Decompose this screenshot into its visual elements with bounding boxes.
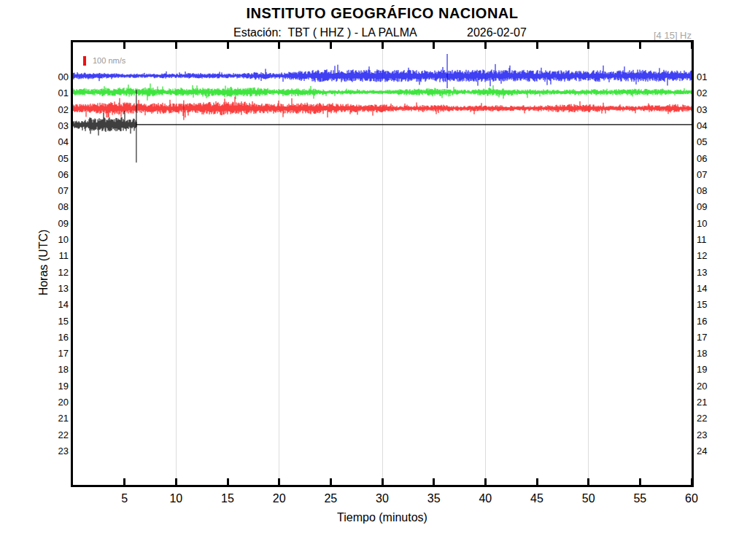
- hour-label-left: 10: [0, 235, 69, 244]
- hour-label-right: 10: [697, 218, 726, 228]
- hour-label-left: 22: [0, 429, 69, 439]
- hour-label-left: 12: [0, 267, 69, 276]
- hour-label-right: 23: [697, 429, 726, 439]
- hour-label-right: 11: [697, 235, 726, 244]
- hour-label-right: 07: [697, 169, 726, 179]
- minute-tick-label: 45: [515, 493, 559, 505]
- minute-tick-label: 25: [309, 493, 352, 505]
- hour-label-right: 01: [697, 72, 726, 82]
- hour-label-right: 09: [697, 202, 726, 211]
- hour-label-left: 05: [0, 153, 69, 163]
- hour-label-right: 18: [697, 349, 726, 358]
- hour-label-right: 13: [697, 267, 726, 276]
- hour-label-right: 02: [697, 88, 726, 98]
- date-label: 2026-02-07: [467, 26, 527, 39]
- minute-tick-label: 5: [103, 493, 147, 505]
- seismogram-page: INSTITUTO GEOGRÁFICO NACIONAL Estación: …: [0, 0, 747, 560]
- station-subtitle: Estación: TBT ( HHZ ) - LA PALMA: [233, 26, 417, 39]
- hour-label-left: 19: [0, 381, 69, 390]
- hour-label-right: 24: [697, 446, 726, 455]
- hour-label-right: 05: [697, 137, 726, 147]
- hour-label-left: 01: [0, 88, 69, 98]
- hour-label-left: 08: [0, 202, 69, 211]
- hour-label-left: 20: [0, 397, 69, 407]
- trace-hour-03: [73, 111, 136, 136]
- minute-tick-label: 40: [463, 493, 507, 505]
- filter-band-label: [4 15] Hz: [619, 30, 692, 41]
- hour-label-left: 13: [0, 283, 69, 292]
- hour-label-left: 00: [0, 72, 69, 82]
- hour-label-right: 20: [697, 381, 726, 390]
- hour-label-right: 22: [697, 413, 726, 423]
- hour-label-left: 07: [0, 186, 69, 195]
- hour-label-right: 19: [697, 365, 726, 374]
- minute-tick-label: 50: [567, 493, 611, 505]
- page-title: INSTITUTO GEOGRÁFICO NACIONAL: [73, 5, 692, 22]
- hour-label-left: 09: [0, 218, 69, 228]
- minute-tick-label: 20: [258, 493, 301, 505]
- hour-label-left: 06: [0, 169, 69, 179]
- minute-tick-label: 10: [154, 493, 198, 505]
- minute-tick-label: 15: [206, 493, 249, 505]
- hour-label-left: 21: [0, 413, 69, 423]
- scale-legend-label: 100 nm/s: [93, 56, 125, 65]
- hour-label-right: 08: [697, 186, 726, 195]
- hour-label-right: 12: [697, 251, 726, 260]
- hour-label-right: 17: [697, 332, 726, 341]
- hour-label-right: 04: [697, 120, 726, 130]
- hour-label-right: 03: [697, 104, 726, 114]
- hour-label-left: 02: [0, 104, 69, 114]
- minute-tick-label: 35: [412, 493, 456, 505]
- hour-label-right: 15: [697, 300, 726, 309]
- x-axis-title: Tiempo (minutos): [73, 511, 692, 524]
- hour-label-right: 16: [697, 316, 726, 325]
- hour-label-right: 06: [697, 153, 726, 163]
- hour-label-left: 17: [0, 349, 69, 358]
- minute-tick-label: 30: [360, 493, 404, 505]
- hour-label-left: 03: [0, 120, 69, 130]
- hour-label-left: 04: [0, 137, 69, 147]
- minute-tick-label: 60: [670, 493, 713, 505]
- hour-label-left: 16: [0, 332, 69, 341]
- hour-label-left: 14: [0, 300, 69, 309]
- seismogram-plot: [73, 42, 692, 485]
- hour-label-left: 15: [0, 316, 69, 325]
- minute-tick-label: 55: [618, 493, 662, 505]
- hour-label-right: 21: [697, 397, 726, 407]
- hour-label-left: 11: [0, 251, 69, 260]
- hour-label-left: 18: [0, 365, 69, 374]
- hour-label-right: 14: [697, 283, 726, 292]
- hour-label-left: 23: [0, 446, 69, 455]
- scale-legend-bar: [83, 56, 86, 66]
